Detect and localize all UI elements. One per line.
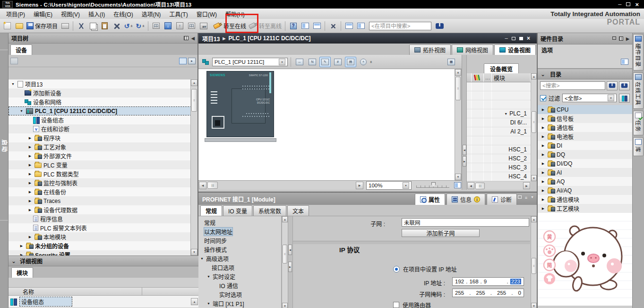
- ip-address-field[interactable]: 192 168 9 223: [452, 277, 524, 286]
- search-down-button[interactable]: [607, 81, 618, 90]
- paste-button[interactable]: [99, 20, 110, 32]
- tree-item-watch-tables[interactable]: 监控与强制表: [9, 178, 191, 187]
- catalog-section-collapse-icon[interactable]: [541, 71, 545, 78]
- split-vertical-button[interactable]: [355, 20, 366, 32]
- editor-close-icon[interactable]: [527, 35, 530, 42]
- tree-item-plc-datatypes[interactable]: PLC 数据类型: [9, 169, 191, 178]
- zoom-level-select[interactable]: 100%: [366, 181, 412, 190]
- delete-button[interactable]: [111, 20, 122, 32]
- tree-item-local-modules[interactable]: 本地模块: [9, 232, 191, 241]
- splitter-collapse-left-icon[interactable]: [463, 145, 466, 155]
- tab-device-view[interactable]: 设备视图: [494, 44, 536, 55]
- editor-minimize-icon[interactable]: [505, 36, 508, 41]
- tab-devices[interactable]: 设备: [10, 44, 32, 55]
- props-splitter-right-icon[interactable]: [288, 262, 292, 272]
- detail-collapse-icon[interactable]: [11, 258, 16, 264]
- catalog-item-dq[interactable]: DQ: [538, 150, 632, 159]
- rail-tab-hardware-catalog[interactable]: 硬件目录: [633, 34, 644, 70]
- overview-row-hsc1[interactable]: HSC_1: [467, 145, 531, 154]
- canvas-vertical-scrollbar[interactable]: [455, 69, 461, 180]
- undo-button[interactable]: ±: [123, 20, 134, 32]
- tree-item-program-blocks[interactable]: 程序块: [9, 133, 191, 142]
- breadcrumb-project[interactable]: 项目13: [202, 35, 220, 43]
- filter-settings-button[interactable]: [619, 94, 630, 103]
- catalog-item-aq[interactable]: AQ: [538, 177, 632, 186]
- tree-item-device-proxy[interactable]: 设备代理数据: [9, 205, 191, 214]
- search-up-button[interactable]: [619, 81, 630, 90]
- tree-item-plc1[interactable]: PLC_1 [CPU 1211C DC/DC/DC]: [9, 106, 191, 115]
- nav-io-communication[interactable]: IO 通信: [198, 281, 281, 290]
- zoom-area-button[interactable]: +: [358, 57, 369, 67]
- overview-row-hsc2[interactable]: HSC_2: [467, 154, 531, 163]
- tree-item-external-sources[interactable]: 外部源文件: [9, 151, 191, 160]
- properties-nav-scrollbar[interactable]: [282, 216, 288, 308]
- accessible-devices-button[interactable]: ?: [288, 20, 299, 32]
- overview-row[interactable]: [467, 82, 531, 91]
- overview-row-di[interactable]: DI 6/...: [467, 118, 531, 127]
- menu-insert[interactable]: 插入(I): [84, 9, 109, 19]
- tab-module[interactable]: 模块: [11, 267, 33, 278]
- subtab-io-tags[interactable]: IO 变量: [223, 205, 252, 216]
- nav-advanced-options[interactable]: 高级选项: [198, 254, 281, 263]
- copy-button[interactable]: [87, 20, 98, 32]
- fit-view-icon[interactable]: [454, 182, 461, 188]
- tab-properties[interactable]: 属性: [415, 194, 445, 205]
- use-router-checkbox[interactable]: 使用路由器: [393, 301, 431, 308]
- nav-general[interactable]: 常规: [198, 218, 281, 227]
- catalog-item-di[interactable]: DI: [538, 141, 632, 150]
- cross-reference-button[interactable]: [327, 20, 338, 32]
- menu-edit[interactable]: 编辑(E): [29, 9, 57, 19]
- print-button[interactable]: [60, 20, 70, 32]
- tree-columns-button[interactable]: [179, 58, 187, 64]
- project-search-input[interactable]: [369, 22, 431, 30]
- catalog-item-tech-modules[interactable]: 工艺模块: [538, 204, 632, 213]
- show-names-button[interactable]: N: [307, 57, 318, 67]
- rail-tab-libraries[interactable]: 库: [633, 137, 644, 156]
- overview-row-plc1[interactable]: PLC_1: [467, 109, 531, 118]
- nav-realtime-options[interactable]: 实时选项: [198, 290, 281, 299]
- zoom-step-icon[interactable]: ±: [370, 60, 372, 64]
- stop-cpu-button[interactable]: RT: [198, 20, 209, 32]
- catalog-item-ai[interactable]: AI: [538, 168, 632, 177]
- nav-ethernet-addresses[interactable]: 以太网地址: [198, 227, 281, 236]
- splitter-collapse-right-icon[interactable]: [463, 156, 466, 167]
- catalog-item-cpu[interactable]: CPU: [538, 105, 632, 114]
- save-window-settings-button[interactable]: ▦: [446, 57, 457, 67]
- tree-item-security-settings[interactable]: Security 设置: [9, 250, 191, 255]
- overview-row-hsc4[interactable]: HSC_4: [467, 172, 531, 181]
- tree-item-devices-networks[interactable]: 设备和网络: [9, 97, 191, 106]
- menu-window[interactable]: 窗口(W): [192, 9, 221, 19]
- catalog-item-comm-boards[interactable]: 通信板: [538, 123, 632, 132]
- props-splitter-left-icon[interactable]: [288, 245, 292, 255]
- menu-online[interactable]: 在线(O): [109, 9, 137, 19]
- nav-realtime-settings[interactable]: 实时设定: [198, 272, 281, 281]
- properties-splitter[interactable]: [288, 216, 293, 308]
- open-project-button[interactable]: [14, 20, 25, 32]
- overview-row[interactable]: [467, 91, 531, 100]
- redo-button[interactable]: ±: [135, 20, 146, 32]
- overview-row-hsc3[interactable]: HSC_3: [467, 163, 531, 172]
- rail-tab-online-tools[interactable]: 在线工具: [633, 72, 644, 109]
- subtab-texts[interactable]: 文本: [287, 205, 309, 216]
- editor-restore-icon[interactable]: [512, 37, 515, 40]
- catalog-options-icon[interactable]: [621, 59, 628, 65]
- tree-sync-button[interactable]: ▸: [188, 58, 196, 64]
- nav-interface-options[interactable]: 接口选项: [198, 263, 281, 272]
- catalog-search-input[interactable]: [540, 81, 605, 90]
- nav-port-x1p1[interactable]: 端口 [X1 P1]: [198, 299, 281, 308]
- properties-float-icon[interactable]: [518, 195, 522, 199]
- tab-network-view[interactable]: 网络视图: [452, 44, 493, 55]
- tree-item-add-device[interactable]: 添加新设备: [9, 88, 191, 97]
- tree-item-alarm-texts[interactable]: PLC 报警文本列表: [9, 223, 191, 232]
- edit-visibility-button[interactable]: ✎: [319, 57, 331, 67]
- properties-collapse-icon[interactable]: [531, 195, 534, 200]
- overview-horizontal-scrollbar[interactable]: ∥∥: [467, 182, 531, 190]
- catalog-float-icon[interactable]: [612, 36, 616, 40]
- canvas-hscroll-thumb[interactable]: ∥∥: [207, 182, 218, 189]
- menu-tools[interactable]: 工具(T): [165, 9, 192, 19]
- device-view-canvas[interactable]: SIEMENS SIMATIC S7-1200 CPU 1211CDC/DC/D…: [198, 69, 462, 180]
- download-button[interactable]: ↓: [163, 20, 173, 32]
- restore-button[interactable]: [626, 2, 630, 6]
- tab-device-overview[interactable]: 设备概览: [484, 63, 519, 73]
- canvas-scroll-right-icon[interactable]: [356, 182, 363, 189]
